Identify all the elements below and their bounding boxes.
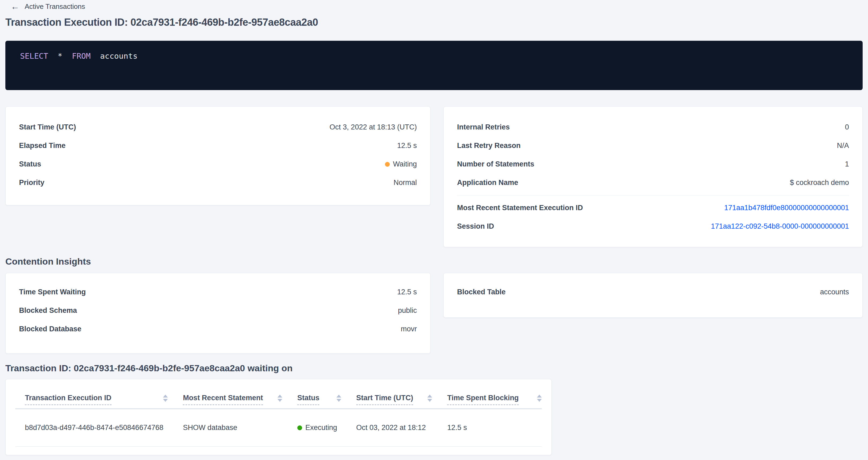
kv-label: Status [19, 160, 41, 168]
cell-most-recent-statement: SHOW database [183, 424, 297, 432]
cell-transaction-execution-id: b8d7d03a-d497-446b-8474-e50846674768 [15, 424, 183, 432]
kv-row-blocked-schema: Blocked Schema public [19, 301, 417, 320]
column-header-time-spent-blocking[interactable]: Time Spent Blocking [447, 394, 542, 405]
sort-icon [277, 395, 282, 402]
table-row: b8d7d03a-d497-446b-8474-e50846674768 SHO… [15, 409, 542, 447]
sort-icon [336, 395, 341, 402]
kv-row-status: Status Waiting [19, 155, 417, 174]
kv-label: Blocked Database [19, 325, 82, 333]
kv-label: Start Time (UTC) [19, 123, 76, 131]
statement-execution-id-link[interactable]: 171aa1b478fdf0e80000000000000001 [724, 204, 849, 212]
sql-star: * [58, 52, 62, 61]
kv-value: Oct 3, 2022 at 18:13 (UTC) [330, 123, 417, 131]
kv-value: movr [401, 325, 417, 333]
kv-row-session-id: Session ID 171aa122-c092-54b8-0000-00000… [457, 217, 849, 236]
sql-keyword-from: FROM [72, 52, 91, 61]
column-header-label: Transaction Execution ID [25, 394, 112, 405]
kv-row-statement-execution-id: Most Recent Statement Execution ID 171aa… [457, 198, 849, 217]
kv-row-start-time: Start Time (UTC) Oct 3, 2022 at 18:13 (U… [19, 118, 417, 136]
contention-right-card: Blocked Table accounts [443, 273, 863, 318]
kv-value: 0 [845, 123, 849, 131]
back-arrow-icon: ← [11, 2, 19, 11]
back-link-label: Active Transactions [25, 2, 85, 11]
kv-row-internal-retries: Internal Retries 0 [457, 118, 849, 136]
kv-row-last-retry-reason: Last Retry Reason N/A [457, 136, 849, 155]
waiting-on-table-card: Transaction Execution ID Most Recent Sta… [5, 379, 552, 455]
column-header-label: Status [297, 394, 319, 405]
status-text: Executing [305, 424, 337, 432]
column-header-start-time[interactable]: Start Time (UTC) [356, 394, 447, 405]
executing-dot-icon [297, 425, 302, 430]
cell-status: Executing [297, 424, 356, 432]
column-header-status[interactable]: Status [297, 394, 356, 405]
kv-row-priority: Priority Normal [19, 174, 417, 192]
kv-value: public [398, 306, 417, 315]
column-header-label: Most Recent Statement [183, 394, 263, 405]
kv-label: Priority [19, 179, 44, 187]
status-text: Waiting [393, 160, 417, 168]
kv-row-time-spent-waiting: Time Spent Waiting 12.5 s [19, 283, 417, 301]
kv-value: 1 [845, 160, 849, 168]
kv-value: accounts [820, 288, 849, 296]
sql-statement-box: SELECT * FROM accounts [5, 41, 863, 90]
kv-label: Elapsed Time [19, 142, 66, 150]
status-badge: Waiting [385, 160, 417, 168]
column-header-label: Start Time (UTC) [356, 394, 413, 405]
kv-label: Blocked Table [457, 288, 505, 296]
kv-value: N/A [837, 142, 849, 150]
card-divider [457, 195, 849, 195]
kv-value: 12.5 s [397, 288, 417, 296]
kv-label: Most Recent Statement Execution ID [457, 204, 583, 212]
kv-row-number-of-statements: Number of Statements 1 [457, 155, 849, 174]
kv-label: Blocked Schema [19, 306, 77, 315]
kv-row-application-name: Application Name $ cockroach demo [457, 174, 849, 192]
transaction-details-card: Internal Retries 0 Last Retry Reason N/A… [443, 106, 863, 247]
waiting-dot-icon [385, 162, 390, 167]
kv-row-blocked-database: Blocked Database movr [19, 320, 417, 338]
column-header-label: Time Spent Blocking [447, 394, 519, 405]
kv-label: Internal Retries [457, 123, 510, 131]
kv-value: $ cockroach demo [790, 179, 849, 187]
back-link-active-transactions[interactable]: ← Active Transactions [11, 2, 85, 11]
column-header-most-recent-statement[interactable]: Most Recent Statement [183, 394, 297, 405]
sort-icon [427, 395, 432, 402]
page-title: Transaction Execution ID: 02ca7931-f246-… [5, 17, 318, 28]
waiting-on-heading: Transaction ID: 02ca7931-f246-469b-b2fe-… [5, 363, 293, 373]
session-id-link[interactable]: 171aa122-c092-54b8-0000-000000000001 [711, 222, 849, 231]
kv-label: Number of Statements [457, 160, 534, 168]
sql-statement-text: SELECT * FROM accounts [20, 52, 137, 61]
kv-row-blocked-table: Blocked Table accounts [457, 283, 849, 301]
cell-start-time: Oct 03, 2022 at 18:12 [356, 424, 447, 432]
sort-icon [537, 395, 542, 402]
sql-keyword-select: SELECT [20, 52, 48, 61]
kv-label: Last Retry Reason [457, 142, 521, 150]
sort-icon [163, 395, 168, 402]
sql-table-name: accounts [100, 52, 137, 61]
contention-left-card: Time Spent Waiting 12.5 s Blocked Schema… [5, 273, 431, 354]
kv-value: Normal [394, 179, 417, 187]
column-header-transaction-execution-id[interactable]: Transaction Execution ID [15, 394, 183, 405]
kv-row-elapsed-time: Elapsed Time 12.5 s [19, 136, 417, 155]
kv-label: Application Name [457, 179, 518, 187]
cell-time-spent-blocking: 12.5 s [447, 424, 542, 432]
table-header-row: Transaction Execution ID Most Recent Sta… [15, 379, 542, 409]
kv-label: Time Spent Waiting [19, 288, 86, 296]
kv-label: Session ID [457, 222, 494, 231]
contention-insights-heading: Contention Insights [5, 256, 91, 267]
kv-value: 12.5 s [397, 142, 417, 150]
transaction-summary-card: Start Time (UTC) Oct 3, 2022 at 18:13 (U… [5, 106, 431, 205]
